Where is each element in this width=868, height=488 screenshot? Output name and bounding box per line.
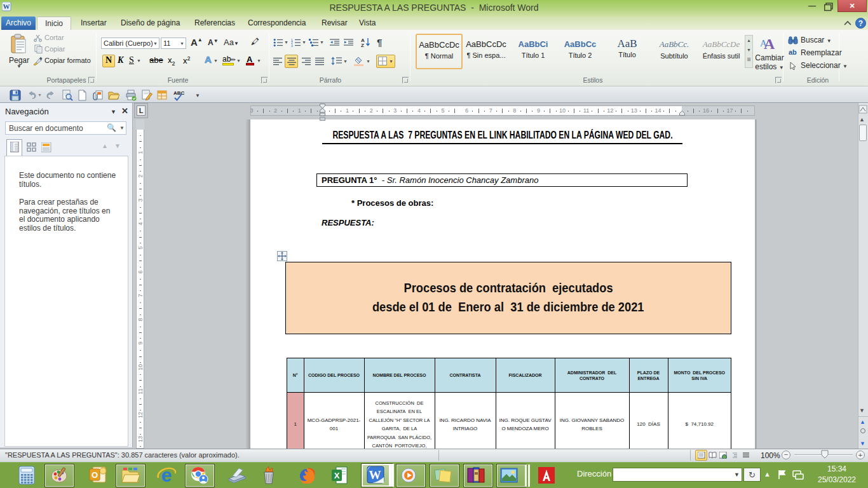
svg-text:?: ?	[858, 19, 863, 28]
svg-text:O: O	[92, 470, 98, 480]
svg-text:ABC: ABC	[173, 90, 185, 96]
svg-text:W: W	[369, 468, 381, 482]
svg-text:3: 3	[291, 44, 293, 48]
svg-text:Z: Z	[361, 43, 364, 48]
svg-text:X: X	[334, 471, 340, 480]
svg-text:W: W	[3, 3, 10, 10]
svg-text:A: A	[760, 38, 767, 48]
